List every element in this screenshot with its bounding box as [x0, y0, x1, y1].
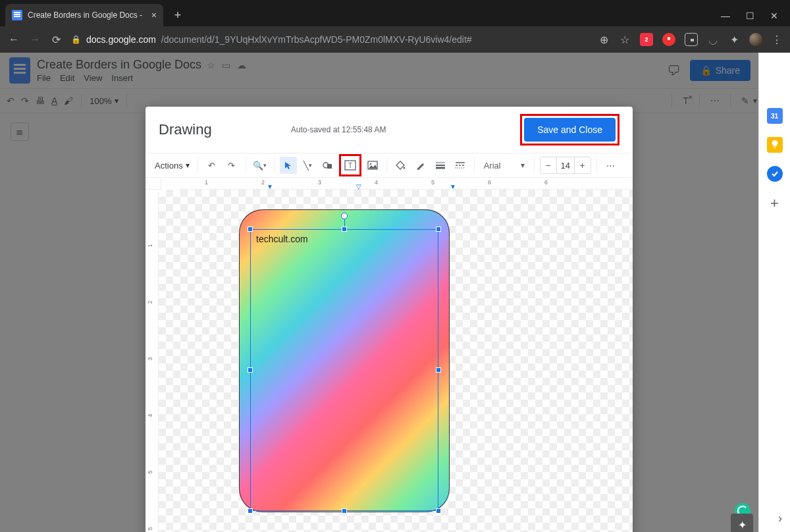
image-tool-icon[interactable]	[364, 157, 381, 174]
bookmark-icon[interactable]: ☆	[619, 34, 631, 46]
browser-titlebar: Create Borders in Google Docs - × + — ☐ …	[0, 0, 790, 26]
save-and-close-button[interactable]: Save and Close	[524, 118, 616, 142]
lock-icon: 🔒	[71, 35, 81, 44]
calendar-icon[interactable]: 31	[767, 108, 783, 124]
highlight-textbox-tool: T	[339, 154, 361, 176]
keep-icon[interactable]	[767, 137, 783, 153]
font-size-value[interactable]: 14	[556, 157, 575, 173]
resize-handle-tr[interactable]	[436, 226, 441, 232]
tasks-icon[interactable]	[767, 166, 783, 182]
browser-address-bar: ← → ⟳ 🔒 docs.google.com/document/d/1_9YU…	[0, 26, 790, 53]
docs-favicon	[12, 10, 22, 20]
side-panel: 31 + ›	[758, 53, 790, 532]
minimize-icon[interactable]: —	[721, 11, 730, 21]
url-path: /document/d/1_9YUqHxlXvYmTrbsAcpfWD5-PM0…	[161, 34, 472, 45]
drawing-dialog: Drawing Auto-saved at 12:55:48 AM Save a…	[145, 107, 633, 532]
profile-avatar[interactable]	[749, 33, 762, 46]
drawing-toolbar: Actions▾ ↶ ↷ 🔍▾ ╲▾ T	[145, 153, 633, 178]
ruler-vertical[interactable]: 1 2 3 4 5 5	[145, 190, 159, 532]
undo-icon[interactable]: ↶	[203, 157, 221, 174]
maximize-icon[interactable]: ☐	[746, 11, 754, 21]
add-addon-icon[interactable]: +	[770, 195, 779, 212]
highlight-save-close: Save and Close	[520, 114, 619, 146]
resize-handle-tl[interactable]	[248, 226, 253, 232]
ruler-horizontal[interactable]: ▼ ▽ ▼ 1 2 3 4 5 6 6	[177, 178, 633, 190]
resize-handle-mr[interactable]	[436, 367, 441, 373]
zoom-icon[interactable]: ⊕	[598, 34, 610, 46]
svg-text:T: T	[348, 162, 352, 169]
drawing-header: Drawing Auto-saved at 12:55:48 AM Save a…	[145, 107, 633, 153]
border-weight-icon[interactable]	[432, 157, 449, 174]
selected-textbox[interactable]: techcult.com	[250, 229, 438, 511]
url-host: docs.google.com	[86, 34, 156, 45]
line-tool-dropdown[interactable]: ╲▾	[300, 157, 317, 174]
svg-rect-0	[691, 39, 694, 41]
resize-handle-bl[interactable]	[248, 508, 253, 514]
browser-tab[interactable]: Create Borders in Google Docs - ×	[5, 4, 163, 26]
border-color-icon[interactable]	[412, 157, 429, 174]
extension-todoist-icon[interactable]: 2	[640, 33, 653, 46]
border-dash-icon[interactable]	[452, 157, 469, 174]
font-size-stepper: − 14 +	[540, 157, 591, 174]
decrease-font-icon[interactable]: −	[540, 160, 556, 171]
svg-rect-2	[327, 164, 332, 169]
new-tab-button[interactable]: +	[169, 6, 187, 24]
rotate-handle[interactable]	[341, 213, 348, 219]
select-tool-icon[interactable]	[280, 157, 297, 174]
extension-unknown-icon[interactable]: ◡	[707, 34, 719, 46]
url-field[interactable]: 🔒 docs.google.com/document/d/1_9YUqHxlXv…	[71, 34, 472, 45]
drawing-canvas[interactable]: techcult.com	[159, 190, 633, 532]
svg-point-7	[403, 167, 405, 169]
back-icon[interactable]: ←	[8, 34, 20, 45]
increase-font-icon[interactable]: +	[575, 160, 591, 171]
window-controls: — ☐ ✕	[721, 11, 790, 26]
reload-icon[interactable]: ⟳	[50, 34, 62, 46]
textbox-tool-icon[interactable]: T	[342, 157, 359, 174]
autosave-status: Auto-saved at 12:55:48 AM	[291, 125, 386, 134]
tab-title: Create Borders in Google Docs -	[28, 11, 142, 20]
actions-dropdown[interactable]: Actions▾	[152, 161, 192, 171]
forward-icon[interactable]: →	[29, 34, 41, 45]
svg-point-6	[369, 163, 371, 165]
zoom-dropdown[interactable]: 🔍▾	[251, 157, 269, 174]
resize-handle-bm[interactable]	[342, 508, 347, 514]
close-window-icon[interactable]: ✕	[770, 11, 778, 21]
more-options-icon[interactable]: ⋯	[602, 157, 619, 174]
resize-handle-ml[interactable]	[248, 367, 253, 373]
redo-icon[interactable]: ↷	[223, 157, 240, 174]
close-tab-icon[interactable]: ×	[151, 10, 157, 20]
resize-handle-tm[interactable]	[342, 226, 347, 232]
extensions-puzzle-icon[interactable]: ✦	[728, 34, 740, 46]
collapse-sidepanel-icon[interactable]: ›	[778, 512, 782, 525]
textbox-content[interactable]: techcult.com	[256, 234, 308, 244]
shape-tool-dropdown[interactable]	[319, 157, 336, 174]
font-family-dropdown[interactable]: Arial▾	[480, 161, 529, 171]
drawing-title: Drawing	[159, 121, 212, 138]
resize-handle-br[interactable]	[436, 508, 441, 514]
extension-adblock-icon[interactable]	[662, 33, 675, 46]
explore-button[interactable]: ✦	[731, 514, 753, 532]
extension-pip-icon[interactable]	[685, 33, 698, 46]
docs-app: Create Borders in Google Docs ☆ ▭ ☁ File…	[0, 53, 790, 532]
chrome-menu-icon[interactable]: ⋮	[772, 34, 782, 46]
fill-color-icon[interactable]	[392, 157, 409, 174]
